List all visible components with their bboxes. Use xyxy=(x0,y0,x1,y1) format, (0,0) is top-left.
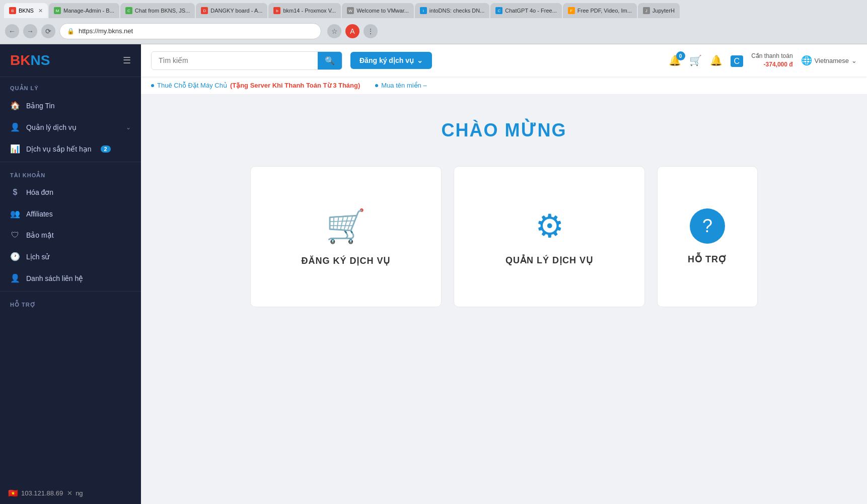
balance-label: Cần thanh toán xyxy=(751,52,792,60)
gear-card-icon: ⚙ xyxy=(535,207,564,245)
sidebar-item-quanlydichvu[interactable]: 👤 Quản lý dịch vụ ⌄ xyxy=(0,116,141,138)
ticker-dot-1 xyxy=(151,84,154,87)
sidebar-item-lichsu[interactable]: 🕐 Lịch sử xyxy=(0,246,141,267)
search-input[interactable] xyxy=(152,52,318,68)
shield-icon: 🛡 xyxy=(10,231,20,240)
sidebar-item-label-lichsu: Lịch sử xyxy=(26,253,49,261)
globe-icon: 🌐 xyxy=(801,55,812,66)
search-button[interactable]: 🔍 xyxy=(318,52,342,69)
card-label-support: HỖ TRỢ xyxy=(688,254,727,265)
tab-freepdf[interactable]: F Free PDF, Video, Im... xyxy=(563,3,637,18)
tab-favicon-bkm14: b xyxy=(273,7,280,14)
tab-dangky[interactable]: D DANGKY board - A... xyxy=(196,3,267,18)
sidebar-item-dichvusap[interactable]: 📊 Dịch vụ sắp hết hạn 2 xyxy=(0,138,141,160)
tab-favicon-manage: M xyxy=(54,7,61,14)
card-manage-service[interactable]: ⚙ QUẢN LÝ DỊCH VỤ xyxy=(454,166,645,307)
notification-button[interactable]: 🔔 0 xyxy=(669,54,681,66)
forward-button[interactable]: → xyxy=(23,24,37,38)
tab-manage-admin[interactable]: M Manage-Admin - B... xyxy=(49,3,119,18)
cart-card-icon: 🛒 xyxy=(326,207,366,245)
tab-favicon-chatgpt: C xyxy=(495,7,502,14)
welcome-section: CHÀO MỪNG xyxy=(141,95,867,156)
lang-chevron-icon: ⌄ xyxy=(851,57,857,64)
tab-label-freepdf: Free PDF, Video, Im... xyxy=(577,8,632,14)
back-button[interactable]: ← xyxy=(5,24,19,38)
dollar-icon: $ xyxy=(10,188,20,197)
sidebar-item-baomatbr[interactable]: 🛡 Bảo mật xyxy=(0,225,141,246)
header-icons: 🔔 0 🛒 🔔 C Cần thanh toán -374,000 đ 🌐 Vi… xyxy=(669,52,857,69)
sidebar-item-label-affiliates: Affiliates xyxy=(26,210,53,218)
ip-display: 🇻🇳 103.121.88.69 ✕ ng xyxy=(0,482,141,504)
sidebar-item-affiliates[interactable]: 👥 Affiliates xyxy=(0,203,141,225)
tab-favicon-freepdf: F xyxy=(568,7,575,14)
divider-1 xyxy=(0,162,141,162)
profile-button[interactable]: A xyxy=(345,24,359,38)
ticker-item-2: Mua tên miền – xyxy=(375,82,426,89)
hamburger-button[interactable]: ☰ xyxy=(123,55,131,66)
menu-button[interactable]: ⋮ xyxy=(364,24,378,38)
ticker-text-2[interactable]: Mua tên miền – xyxy=(381,82,426,89)
tab-label-jupyter: JupyterH xyxy=(653,8,675,14)
header: 🔍 Đăng ký dịch vụ ⌄ 🔔 0 🛒 🔔 C Cần thanh … xyxy=(141,44,867,77)
home-icon: 🏠 xyxy=(10,101,20,110)
user-account-button[interactable]: C xyxy=(731,55,744,66)
tab-chat[interactable]: C Chat from BKNS, JS... xyxy=(120,3,195,18)
tab-intodns[interactable]: i intoDNS: checks DN... xyxy=(415,3,489,18)
language-selector[interactable]: 🌐 Vietnamese ⌄ xyxy=(801,55,857,66)
bell-button[interactable]: 🔔 xyxy=(710,54,722,66)
url-text: https://my.bkns.net xyxy=(79,27,133,35)
ip-address: 103.121.88.69 xyxy=(21,489,63,497)
welcome-title: CHÀO MỪNG xyxy=(156,120,852,141)
sidebar-item-label-quanlydichvu: Quản lý dịch vụ xyxy=(26,123,77,131)
affiliates-icon: 👥 xyxy=(10,209,20,219)
tab-favicon-vmware: W xyxy=(347,7,354,14)
sidebar-item-hoadon[interactable]: $ Hóa đơn xyxy=(0,182,141,203)
star-button[interactable]: ☆ xyxy=(327,24,341,38)
sidebar-item-bangtín[interactable]: 🏠 Bảng Tin xyxy=(0,95,141,116)
tab-chatgpt[interactable]: C ChatGPT 4o - Free... xyxy=(490,3,562,18)
tab-bkns[interactable]: B BKNS ✕ xyxy=(4,3,48,18)
section-label-taikhoan: TÀI KHOẢN xyxy=(0,164,141,182)
expiry-badge: 2 xyxy=(101,146,111,153)
tab-jupyter[interactable]: J JupyterH xyxy=(638,3,680,18)
tab-label-bkm14: bkm14 - Proxmox V... xyxy=(283,8,336,14)
chevron-down-icon: ⌄ xyxy=(417,56,423,64)
tab-bkm14[interactable]: b bkm14 - Proxmox V... xyxy=(268,3,341,18)
ticker-item-1: Thuê Chỗ Đặt Máy Chủ (Tặng Server Khi Th… xyxy=(151,82,360,89)
clock-icon: 🕐 xyxy=(10,252,20,261)
tab-vmware[interactable]: W Welcome to VMwar... xyxy=(342,3,414,18)
sidebar: BKNS ☰ QUẢN LÝ 🏠 Bảng Tin 👤 Quản lý dịch… xyxy=(0,44,141,504)
sidebar-item-label-hoadon: Hóa đơn xyxy=(26,188,53,196)
tab-label-chatgpt: ChatGPT 4o - Free... xyxy=(505,8,557,14)
address-bar[interactable]: 🔒 https://my.bkns.net xyxy=(59,23,321,39)
user-icon: 👤 xyxy=(10,122,20,132)
tab-label-vmware: Welcome to VMwar... xyxy=(356,8,409,14)
card-support[interactable]: ? HỖ TRỢ xyxy=(657,166,758,307)
card-label-manage: QUẢN LÝ DỊCH VỤ xyxy=(505,255,593,266)
ticker-bar: Thuê Chỗ Đặt Máy Chủ (Tặng Server Khi Th… xyxy=(141,77,867,95)
lock-icon: 🔒 xyxy=(67,28,75,35)
tab-favicon-bkns: B xyxy=(9,7,16,14)
tab-label-manage: Manage-Admin - B... xyxy=(63,8,114,14)
sidebar-logo-area: BKNS ☰ xyxy=(0,44,141,77)
register-service-button[interactable]: Đăng ký dịch vụ ⌄ xyxy=(350,52,432,69)
card-register-service[interactable]: 🛒 ĐĂNG KÝ DỊCH VỤ xyxy=(250,166,442,307)
ticker-text-1[interactable]: Thuê Chỗ Đặt Máy Chủ xyxy=(157,82,227,89)
sidebar-item-label-baomat: Bảo mật xyxy=(26,231,54,239)
tab-label-dangky: DANGKY board - A... xyxy=(210,8,262,14)
tab-label-bkns: BKNS xyxy=(19,8,34,14)
sidebar-item-label-bangtín: Bảng Tin xyxy=(26,102,54,110)
search-bar[interactable]: 🔍 xyxy=(151,51,342,70)
notification-badge: 0 xyxy=(676,51,685,60)
user-avatar: C xyxy=(731,55,744,67)
section-label-hotro: HỖ TRỢ xyxy=(0,294,141,311)
sidebar-item-danhsachlienhe[interactable]: 👤 Danh sách liên hệ xyxy=(0,267,141,289)
reload-button[interactable]: ⟳ xyxy=(41,24,55,38)
tab-close-bkns[interactable]: ✕ xyxy=(38,8,43,14)
ip-close-button[interactable]: ✕ xyxy=(67,489,73,497)
sidebar-item-label-danhsachlienhe: Danh sách liên hệ xyxy=(26,274,83,282)
cart-button[interactable]: 🛒 xyxy=(689,54,702,66)
browser-chrome: ← → ⟳ 🔒 https://my.bkns.net ☆ A ⋮ xyxy=(0,18,867,44)
balance-amount: -374,000 đ xyxy=(751,60,792,69)
chart-icon: 📊 xyxy=(10,144,20,154)
